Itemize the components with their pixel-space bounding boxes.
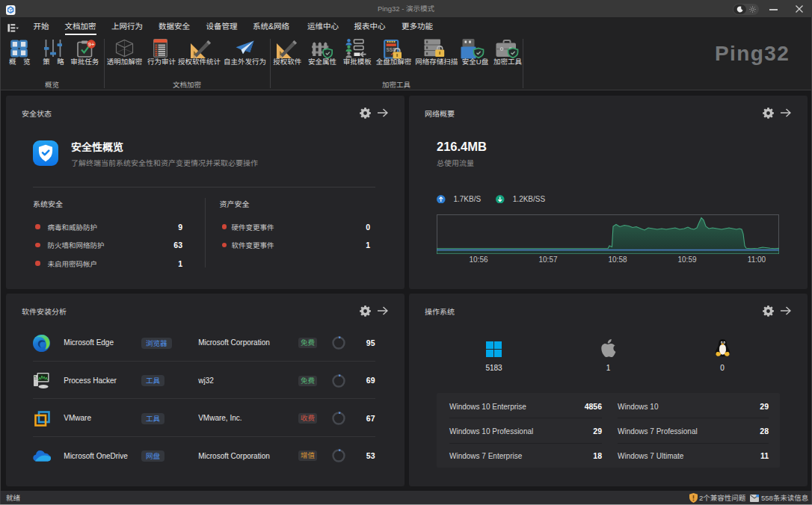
svg-text:9+: 9+ <box>88 41 95 48</box>
